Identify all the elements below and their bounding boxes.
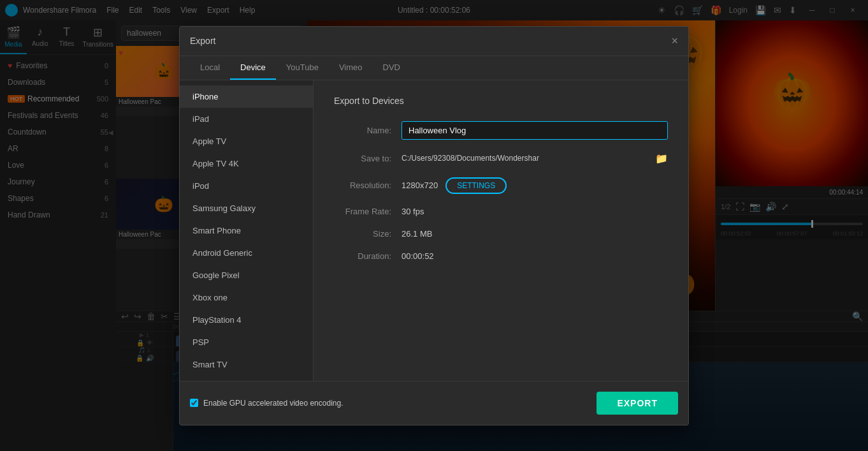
tab-vimeo[interactable]: Vimeo bbox=[329, 56, 373, 80]
modal-tabs: Local Device YouTube Vimeo DVD bbox=[180, 56, 688, 80]
settings-button[interactable]: SETTINGS bbox=[445, 177, 507, 194]
modal-header: Export × bbox=[180, 27, 688, 56]
device-appletv4k[interactable]: Apple TV 4K bbox=[180, 152, 313, 175]
duration-label: Duration: bbox=[334, 251, 391, 261]
gpu-label: Enable GPU accelerated video encoding. bbox=[203, 399, 343, 408]
resolution-value-container: 1280x720 SETTINGS bbox=[401, 177, 668, 194]
framerate-label: Frame Rate: bbox=[334, 207, 391, 216]
device-playstation[interactable]: PlayStation 4 bbox=[180, 309, 313, 331]
modal-body: iPhone iPad Apple TV Apple TV 4K iPod Sa… bbox=[180, 80, 688, 381]
resolution-row: Resolution: 1280x720 SETTINGS bbox=[334, 177, 668, 194]
device-samsung[interactable]: Samsung Galaxy bbox=[180, 197, 313, 219]
modal-overlay: Export × Local Device YouTube Vimeo DVD … bbox=[0, 0, 868, 451]
size-value: 26.1 MB bbox=[401, 229, 668, 239]
modal-close-btn[interactable]: × bbox=[671, 34, 678, 48]
device-xbox[interactable]: Xbox one bbox=[180, 286, 313, 309]
device-psp[interactable]: PSP bbox=[180, 331, 313, 353]
device-google-pixel[interactable]: Google Pixel bbox=[180, 264, 313, 286]
size-text: 26.1 MB bbox=[401, 229, 432, 239]
tab-dvd[interactable]: DVD bbox=[373, 56, 410, 80]
device-smartphone[interactable]: Smart Phone bbox=[180, 219, 313, 242]
resolution-label: Resolution: bbox=[334, 181, 391, 190]
size-row: Size: 26.1 MB bbox=[334, 229, 668, 239]
name-label: Name: bbox=[334, 126, 391, 135]
gpu-checkbox-container: Enable GPU accelerated video encoding. bbox=[190, 399, 343, 408]
framerate-row: Frame Rate: 30 fps bbox=[334, 207, 668, 216]
framerate-value: 30 fps bbox=[401, 207, 668, 216]
saveto-label: Save to: bbox=[334, 154, 391, 163]
export-settings: Export to Devices Name: Save to: C:/User… bbox=[314, 80, 688, 381]
modal-footer: Enable GPU accelerated video encoding. E… bbox=[180, 381, 688, 425]
device-ipad[interactable]: iPad bbox=[180, 108, 313, 130]
resolution-value: 1280x720 bbox=[401, 181, 438, 190]
export-modal: Export × Local Device YouTube Vimeo DVD … bbox=[179, 26, 689, 425]
name-input[interactable] bbox=[401, 121, 668, 140]
duration-row: Duration: 00:00:52 bbox=[334, 251, 668, 261]
device-list: iPhone iPad Apple TV Apple TV 4K iPod Sa… bbox=[180, 80, 314, 381]
save-path-text: C:/Users/92308/Documents/Wondershar bbox=[401, 154, 650, 163]
export-section-title: Export to Devices bbox=[334, 96, 668, 106]
name-row: Name: bbox=[334, 121, 668, 140]
tab-device[interactable]: Device bbox=[230, 56, 276, 80]
duration-text: 00:00:52 bbox=[401, 251, 434, 261]
framerate-text: 30 fps bbox=[401, 207, 424, 216]
device-smarttv[interactable]: Smart TV bbox=[180, 353, 313, 376]
saveto-row: Save to: C:/Users/92308/Documents/Wonder… bbox=[334, 152, 668, 165]
folder-icon[interactable]: 📁 bbox=[655, 152, 668, 165]
device-appletv[interactable]: Apple TV bbox=[180, 130, 313, 152]
duration-value: 00:00:52 bbox=[401, 251, 668, 261]
size-label: Size: bbox=[334, 229, 391, 239]
device-android[interactable]: Android Generic bbox=[180, 242, 313, 264]
gpu-checkbox[interactable] bbox=[190, 399, 198, 407]
export-button[interactable]: EXPORT bbox=[597, 392, 678, 415]
tab-youtube[interactable]: YouTube bbox=[276, 56, 329, 80]
device-ipod[interactable]: iPod bbox=[180, 175, 313, 197]
modal-title: Export bbox=[190, 36, 671, 46]
tab-local[interactable]: Local bbox=[190, 56, 230, 80]
save-path-container: C:/Users/92308/Documents/Wondershar 📁 bbox=[401, 152, 668, 165]
device-iphone[interactable]: iPhone bbox=[180, 85, 313, 108]
